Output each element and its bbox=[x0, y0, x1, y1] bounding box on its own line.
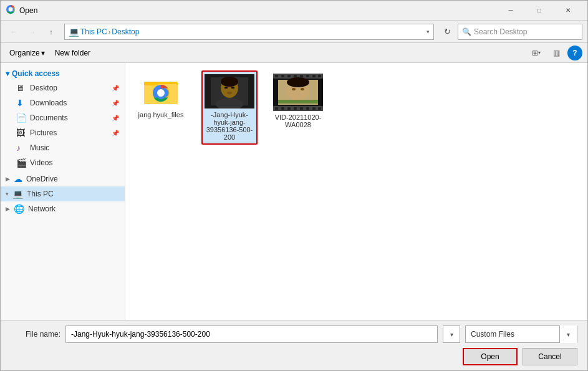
videos-icon: 🎬 bbox=[16, 158, 26, 168]
address-icon: 💻 bbox=[69, 27, 79, 37]
svg-rect-13 bbox=[224, 87, 228, 89]
sidebar-item-documents-label: Documents bbox=[30, 113, 108, 122]
svg-rect-31 bbox=[300, 107, 303, 110]
organize-button[interactable]: Organize ▾ bbox=[6, 46, 49, 60]
cancel-button[interactable]: Cancel bbox=[523, 348, 577, 365]
svg-point-1 bbox=[9, 7, 13, 11]
svg-rect-34 bbox=[318, 107, 321, 110]
svg-rect-14 bbox=[231, 87, 234, 89]
svg-point-15 bbox=[227, 92, 232, 94]
sidebar-item-network[interactable]: ▶ 🌐 Network bbox=[1, 201, 125, 216]
filetype-dropdown[interactable]: Custom Files ▾ bbox=[465, 325, 577, 343]
svg-rect-23 bbox=[306, 75, 309, 77]
view-chevron-icon: ▾ bbox=[538, 50, 541, 55]
sidebar-item-onedrive[interactable]: ▶ ☁ OneDrive bbox=[1, 171, 125, 186]
network-label: Network bbox=[28, 205, 55, 213]
refresh-button[interactable]: ↻ bbox=[439, 24, 455, 40]
sidebar: ▾ Quick access 🖥 Desktop 📌 ⬇ Downloads 📌… bbox=[1, 63, 125, 320]
filetype-chevron-icon[interactable]: ▾ bbox=[559, 325, 577, 343]
address-bar[interactable]: 💻 This PC › Desktop ▾ bbox=[64, 24, 434, 40]
file-label-jang-folder: jang hyuk_files bbox=[138, 111, 184, 118]
filename-dropdown-icon[interactable]: ▾ bbox=[443, 325, 460, 343]
address-segment-desktop[interactable]: Desktop bbox=[112, 27, 139, 36]
svg-rect-28 bbox=[281, 107, 284, 110]
documents-icon: 📄 bbox=[16, 113, 26, 123]
pictures-icon: 🖼 bbox=[16, 128, 26, 138]
onedrive-icon: ☁ bbox=[14, 174, 22, 184]
sidebar-item-desktop[interactable]: 🖥 Desktop 📌 bbox=[1, 80, 125, 95]
action-buttons: Open Cancel bbox=[11, 348, 577, 365]
sidebar-item-downloads[interactable]: ⬇ Downloads 📌 bbox=[1, 95, 125, 110]
svg-rect-29 bbox=[287, 107, 291, 110]
svg-point-39 bbox=[301, 88, 304, 90]
thispc-icon: 💻 bbox=[12, 189, 23, 199]
bottom-bar: File name: ▾ Custom Files ▾ Open Cancel bbox=[1, 320, 587, 370]
up-button[interactable]: ↑ bbox=[43, 24, 59, 40]
filename-input[interactable] bbox=[65, 325, 438, 343]
address-segment-thispc[interactable]: This PC bbox=[80, 27, 107, 36]
sidebar-item-pictures[interactable]: 🖼 Pictures 📌 bbox=[1, 125, 125, 140]
file-area: jang hyuk_files bbox=[125, 63, 587, 320]
sidebar-item-music-label: Music bbox=[30, 143, 119, 152]
filetype-value: Custom Files bbox=[466, 330, 559, 339]
preview-pane-icon: ▥ bbox=[553, 49, 560, 57]
organize-chevron-icon: ▾ bbox=[41, 49, 45, 57]
list-item[interactable]: -Jang-Hyuk-hyuk-jang-39356136-500-200 bbox=[201, 70, 258, 145]
svg-rect-4 bbox=[144, 82, 158, 85]
organize-label: Organize bbox=[9, 49, 40, 57]
title-bar: Open ─ □ ✕ bbox=[1, 1, 587, 21]
sidebar-item-videos-label: Videos bbox=[30, 158, 119, 167]
sidebar-item-downloads-label: Downloads bbox=[30, 99, 108, 107]
file-label-vid: VID-20211020-WA0028 bbox=[273, 113, 323, 128]
downloads-icon: ⬇ bbox=[16, 98, 26, 108]
filename-row: File name: ▾ Custom Files ▾ bbox=[11, 325, 577, 343]
sidebar-item-thispc[interactable]: ▾ 💻 This PC bbox=[1, 186, 125, 201]
sidebar-item-videos[interactable]: 🎬 Videos bbox=[1, 155, 125, 170]
chrome-icon bbox=[6, 4, 16, 17]
svg-rect-27 bbox=[275, 107, 278, 110]
window-controls: ─ □ ✕ bbox=[496, 1, 582, 21]
minimize-button[interactable]: ─ bbox=[496, 1, 525, 21]
help-button[interactable]: ? bbox=[567, 46, 582, 60]
svg-point-38 bbox=[292, 88, 296, 90]
address-parts: 💻 This PC › Desktop bbox=[69, 27, 424, 37]
list-item[interactable]: jang hyuk_files bbox=[133, 70, 189, 122]
main-content: ▾ Quick access 🖥 Desktop 📌 ⬇ Downloads 📌… bbox=[1, 63, 587, 320]
file-label-jang-image: -Jang-Hyuk-hyuk-jang-39356136-500-200 bbox=[205, 111, 254, 141]
sidebar-item-desktop-label: Desktop bbox=[30, 84, 108, 92]
sidebar-item-documents[interactable]: 📄 Documents 📌 bbox=[1, 110, 125, 125]
back-button[interactable]: ← bbox=[6, 24, 22, 40]
new-folder-button[interactable]: New folder bbox=[51, 46, 94, 60]
open-dialog: Open ─ □ ✕ ← → ↑ 💻 This PC › Desktop ▾ ↻… bbox=[0, 0, 588, 371]
pin-icon-pictures: 📌 bbox=[112, 130, 119, 137]
sidebar-item-music[interactable]: ♪ Music bbox=[1, 140, 125, 155]
svg-rect-18 bbox=[275, 75, 278, 77]
search-placeholder: Search Desktop bbox=[474, 27, 527, 36]
list-item[interactable]: VID-20211020-WA0028 bbox=[270, 70, 326, 132]
dialog-title: Open bbox=[19, 6, 496, 15]
quick-access-header[interactable]: ▾ Quick access bbox=[1, 67, 125, 80]
open-button[interactable]: Open bbox=[463, 348, 518, 365]
folder-icon bbox=[141, 74, 181, 108]
svg-rect-24 bbox=[312, 75, 316, 77]
search-box[interactable]: 🔍 Search Desktop bbox=[458, 24, 582, 40]
video-thumbnail bbox=[273, 74, 323, 111]
svg-rect-25 bbox=[318, 75, 321, 77]
address-toolbar: ← → ↑ 💻 This PC › Desktop ▾ ↻ 🔍 Search D… bbox=[1, 21, 587, 43]
svg-rect-19 bbox=[281, 75, 284, 77]
view-toggle-button[interactable]: ⊞ ▾ bbox=[528, 46, 545, 60]
thispc-label: This PC bbox=[27, 190, 54, 198]
preview-pane-button[interactable]: ▥ bbox=[547, 46, 565, 60]
view-icon: ⊞ bbox=[532, 49, 538, 57]
svg-rect-32 bbox=[306, 107, 309, 110]
action-toolbar: Organize ▾ New folder ⊞ ▾ ▥ ? bbox=[1, 43, 587, 63]
forward-button[interactable]: → bbox=[24, 24, 41, 40]
address-dropdown-icon[interactable]: ▾ bbox=[427, 29, 430, 35]
sidebar-item-pictures-label: Pictures bbox=[30, 128, 108, 137]
quick-access-label: Quick access bbox=[12, 69, 60, 78]
svg-rect-21 bbox=[294, 75, 297, 77]
close-button[interactable]: ✕ bbox=[554, 1, 582, 21]
maximize-button[interactable]: □ bbox=[525, 1, 554, 21]
svg-point-7 bbox=[158, 90, 164, 96]
filename-label: File name: bbox=[11, 330, 60, 339]
